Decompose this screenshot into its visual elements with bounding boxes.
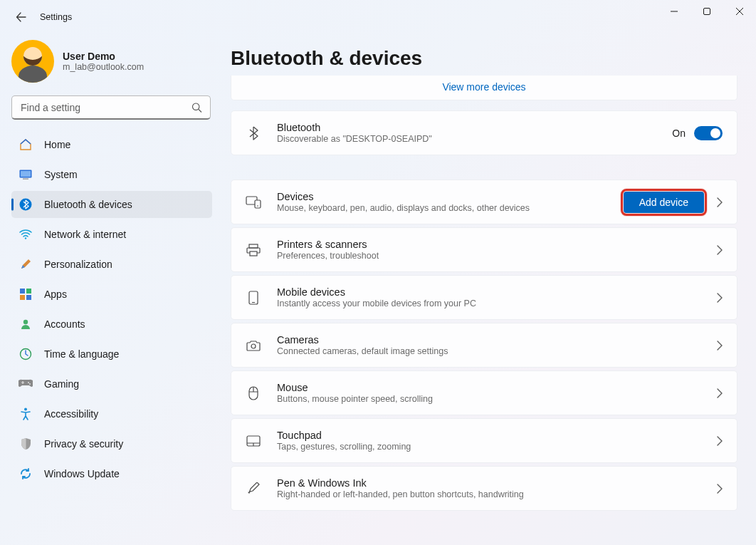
svg-point-24 bbox=[251, 344, 256, 348]
row-devices[interactable]: Devices Mouse, keyboard, pen, audio, dis… bbox=[231, 180, 737, 224]
svg-rect-21 bbox=[250, 251, 257, 256]
add-device-button[interactable]: Add device bbox=[624, 192, 704, 213]
row-title: Mobile devices bbox=[277, 286, 701, 298]
view-more-devices-link[interactable]: View more devices bbox=[231, 76, 737, 100]
nav-item-system[interactable]: System bbox=[11, 161, 212, 188]
mouse-icon bbox=[246, 386, 261, 400]
view-more-label: View more devices bbox=[442, 81, 525, 93]
chevron-right-icon bbox=[717, 484, 723, 494]
toggle-state-label: On bbox=[672, 128, 686, 139]
row-subtitle: Right-handed or left-handed, pen button … bbox=[277, 489, 701, 499]
minimize-button[interactable] bbox=[658, 0, 691, 23]
row-cameras[interactable]: Cameras Connected cameras, default image… bbox=[231, 323, 737, 368]
bluetooth-icon bbox=[246, 126, 261, 140]
search-input[interactable] bbox=[11, 95, 211, 120]
bluetooth-toggle-row: Bluetooth Discoverable as "DESKTOP-0SEAI… bbox=[231, 110, 737, 155]
nav-item-accessibility[interactable]: Accessibility bbox=[11, 400, 212, 427]
wifi-icon bbox=[19, 227, 33, 242]
svg-point-6 bbox=[25, 237, 26, 239]
arrow-left-icon bbox=[16, 11, 27, 23]
nav-item-gaming[interactable]: Gaming bbox=[11, 370, 212, 398]
nav-item-accounts[interactable]: Accounts bbox=[11, 311, 212, 338]
nav-label: Windows Update bbox=[44, 468, 120, 479]
row-title: Devices bbox=[277, 191, 608, 202]
nav: Home System Bluetooth & devices Network … bbox=[11, 131, 212, 487]
row-subtitle: Taps, gestures, scrolling, zooming bbox=[277, 442, 701, 452]
svg-rect-9 bbox=[20, 295, 25, 300]
row-touchpad[interactable]: Touchpad Taps, gestures, scrolling, zoom… bbox=[231, 418, 737, 463]
window-controls bbox=[658, 0, 756, 23]
svg-point-18 bbox=[257, 205, 258, 207]
svg-point-13 bbox=[28, 382, 29, 383]
svg-rect-0 bbox=[704, 9, 710, 15]
bluetooth-icon bbox=[19, 197, 33, 212]
close-icon bbox=[736, 8, 743, 15]
search-wrap bbox=[11, 95, 212, 120]
nav-label: System bbox=[44, 169, 78, 180]
row-printers-scanners[interactable]: Printers & scanners Preferences, trouble… bbox=[231, 227, 737, 272]
search-icon bbox=[191, 103, 202, 113]
svg-rect-3 bbox=[21, 171, 31, 177]
row-title: Cameras bbox=[277, 334, 701, 346]
row-subtitle: Mouse, keyboard, pen, audio, displays an… bbox=[277, 203, 608, 213]
nav-label: Network & internet bbox=[44, 229, 126, 240]
pen-icon bbox=[246, 482, 261, 495]
svg-rect-17 bbox=[255, 200, 261, 208]
nav-label: Personalization bbox=[44, 259, 112, 270]
content-area: Bluetooth & devices View more devices Bl… bbox=[221, 34, 756, 545]
nav-item-windows-update[interactable]: Windows Update bbox=[11, 460, 212, 487]
shield-icon bbox=[19, 437, 33, 451]
printer-icon bbox=[246, 244, 261, 256]
row-mouse[interactable]: Mouse Buttons, mouse pointer speed, scro… bbox=[231, 370, 737, 415]
svg-rect-19 bbox=[249, 244, 258, 248]
nav-label: Apps bbox=[44, 289, 67, 300]
system-icon bbox=[19, 167, 33, 182]
camera-icon bbox=[246, 340, 261, 351]
row-title: Pen & Windows Ink bbox=[277, 477, 701, 489]
nav-item-apps[interactable]: Apps bbox=[11, 281, 212, 308]
bluetooth-toggle[interactable] bbox=[694, 126, 723, 140]
chevron-right-icon bbox=[717, 197, 723, 207]
profile-block[interactable]: User Demo m_lab@outlook.com bbox=[11, 34, 212, 95]
chevron-right-icon bbox=[717, 388, 723, 398]
titlebar: Settings bbox=[0, 0, 756, 34]
maximize-icon bbox=[703, 8, 710, 15]
svg-point-15 bbox=[24, 408, 27, 411]
row-mobile-devices[interactable]: Mobile devices Instantly access your mob… bbox=[231, 275, 737, 320]
svg-rect-10 bbox=[26, 295, 31, 300]
nav-item-time-language[interactable]: Time & language bbox=[11, 341, 212, 368]
maximize-button[interactable] bbox=[691, 0, 723, 23]
profile-email: m_lab@outlook.com bbox=[63, 62, 144, 72]
minimize-icon bbox=[671, 8, 678, 15]
chevron-right-icon bbox=[717, 341, 723, 351]
nav-item-privacy[interactable]: Privacy & security bbox=[11, 430, 212, 457]
row-title: Touchpad bbox=[277, 430, 701, 441]
person-icon bbox=[19, 317, 33, 331]
row-subtitle: Instantly access your mobile devices fro… bbox=[277, 299, 701, 308]
apps-icon bbox=[19, 287, 33, 301]
nav-label: Home bbox=[44, 139, 70, 150]
sidebar: User Demo m_lab@outlook.com Home System … bbox=[0, 34, 221, 545]
svg-point-1 bbox=[193, 103, 199, 110]
nav-item-network[interactable]: Network & internet bbox=[11, 221, 212, 248]
clock-globe-icon bbox=[19, 347, 33, 361]
page-title: Bluetooth & devices bbox=[231, 34, 737, 76]
svg-rect-7 bbox=[20, 289, 25, 294]
row-subtitle: Discoverable as "DESKTOP-0SEAIPD" bbox=[277, 134, 656, 144]
back-button[interactable] bbox=[7, 3, 36, 31]
nav-item-personalization[interactable]: Personalization bbox=[11, 251, 212, 278]
row-title: Mouse bbox=[277, 382, 701, 393]
nav-label: Bluetooth & devices bbox=[44, 199, 132, 210]
close-button[interactable] bbox=[723, 0, 756, 23]
row-subtitle: Buttons, mouse pointer speed, scrolling bbox=[277, 394, 701, 404]
nav-label: Gaming bbox=[44, 378, 79, 390]
svg-point-14 bbox=[29, 383, 31, 385]
row-pen-windows-ink[interactable]: Pen & Windows Ink Right-handed or left-h… bbox=[231, 466, 737, 511]
row-title: Printers & scanners bbox=[277, 239, 701, 250]
nav-label: Privacy & security bbox=[44, 438, 123, 450]
nav-item-home[interactable]: Home bbox=[11, 131, 212, 158]
paintbrush-icon bbox=[19, 257, 33, 271]
update-icon bbox=[19, 467, 33, 481]
nav-item-bluetooth-devices[interactable]: Bluetooth & devices bbox=[11, 191, 212, 218]
app-title: Settings bbox=[40, 12, 72, 22]
